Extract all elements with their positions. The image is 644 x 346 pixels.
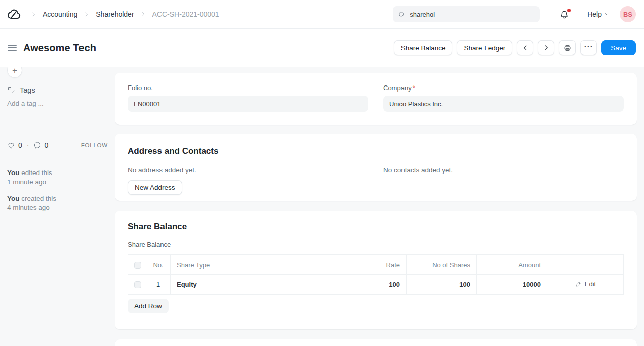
next-document-button[interactable] bbox=[538, 40, 554, 55]
likes-count: 0 bbox=[18, 141, 22, 149]
notification-dot bbox=[567, 9, 571, 12]
next-section-card bbox=[115, 339, 637, 346]
form-body: Folio no. Company* Address and Contacts … bbox=[115, 67, 644, 346]
dot-separator: · bbox=[27, 141, 29, 149]
activity-time: 1 minute ago bbox=[7, 178, 108, 187]
address-contacts-title: Address and Contacts bbox=[128, 146, 624, 156]
page-title: Awesome Tech bbox=[23, 42, 96, 54]
activity-user: You bbox=[7, 195, 20, 202]
cell-row-no: 1 bbox=[146, 275, 171, 295]
cell-rate[interactable]: 100 bbox=[336, 275, 407, 295]
page-head: Awesome Tech Share Balance Share Ledger … bbox=[0, 29, 644, 67]
tags-label: Tags bbox=[20, 86, 35, 94]
search-input[interactable] bbox=[410, 11, 535, 18]
breadcrumb-current-doc: ACC-SH-2021-00001 bbox=[152, 10, 219, 18]
cell-share-type[interactable]: Equity bbox=[171, 275, 336, 295]
row-checkbox[interactable] bbox=[134, 281, 141, 288]
comments-icon[interactable] bbox=[33, 141, 41, 149]
save-button[interactable]: Save bbox=[601, 40, 636, 55]
no-address-text: No address added yet. bbox=[128, 166, 368, 174]
sidebar-toggle-hamburger-icon[interactable] bbox=[8, 45, 17, 51]
help-menu[interactable]: Help bbox=[587, 10, 610, 18]
add-row-button[interactable]: Add Row bbox=[128, 299, 169, 313]
activity-action: created this bbox=[21, 195, 56, 202]
form-sidebar: + Tags Add a tag ... 0 · 0 FOLLOW Y bbox=[0, 67, 115, 346]
cell-amount[interactable]: 10000 bbox=[477, 275, 547, 295]
activity-action: edited this bbox=[21, 169, 52, 177]
navbar: Accounting Shareholder ACC-SH-2021-00001… bbox=[0, 0, 644, 29]
pencil-icon bbox=[575, 281, 582, 287]
row-edit-button[interactable]: Edit bbox=[575, 280, 596, 288]
col-header-amount: Amount bbox=[477, 255, 547, 275]
col-header-no: No. bbox=[146, 255, 171, 275]
company-label: Company* bbox=[383, 84, 624, 92]
global-search[interactable] bbox=[393, 6, 540, 22]
share-balance-card: Share Balance Share Balance No. Share Ty… bbox=[115, 211, 637, 329]
folio-field: Folio no. bbox=[128, 84, 368, 112]
navbar-divider bbox=[579, 8, 579, 21]
notifications-button[interactable] bbox=[559, 9, 570, 20]
cell-no-of-shares[interactable]: 100 bbox=[407, 275, 477, 295]
chevron-right-icon bbox=[140, 11, 147, 18]
col-header-share-type: Share Type bbox=[171, 255, 336, 275]
share-balance-title: Share Balance bbox=[128, 222, 624, 232]
chevron-right-icon bbox=[30, 11, 37, 18]
printer-icon bbox=[563, 44, 572, 52]
col-header-rate: Rate bbox=[336, 255, 407, 275]
more-menu-button[interactable]: ··· bbox=[580, 40, 597, 55]
activity-item: You edited this 1 minute ago bbox=[7, 168, 108, 187]
table-row[interactable]: 1 Equity 100 100 10000 Edit bbox=[128, 275, 624, 295]
activity-user: You bbox=[7, 169, 20, 177]
new-address-button[interactable]: New Address bbox=[128, 180, 182, 195]
required-asterisk: * bbox=[413, 84, 415, 92]
breadcrumb-shareholder[interactable]: Shareholder bbox=[96, 10, 134, 18]
attach-image-button[interactable]: + bbox=[7, 67, 22, 78]
details-card: Folio no. Company* bbox=[115, 73, 637, 125]
tags-section-header: Tags bbox=[7, 86, 108, 94]
print-button[interactable] bbox=[559, 40, 576, 55]
sidebar-divider bbox=[7, 158, 93, 158]
user-avatar[interactable]: BS bbox=[620, 6, 636, 22]
content-area: + Tags Add a tag ... 0 · 0 FOLLOW Y bbox=[0, 67, 644, 346]
chevron-left-icon bbox=[522, 44, 529, 51]
tag-icon bbox=[7, 86, 15, 94]
chevron-down-icon bbox=[604, 11, 610, 17]
page-actions: Share Balance Share Ledger ··· Save bbox=[394, 40, 636, 55]
chevron-right-icon bbox=[83, 11, 90, 18]
app-logo-cloud-icon[interactable] bbox=[7, 7, 22, 22]
select-all-checkbox[interactable] bbox=[134, 262, 141, 269]
address-contacts-card: Address and Contacts No address added ye… bbox=[115, 134, 637, 201]
share-ledger-button[interactable]: Share Ledger bbox=[457, 40, 512, 55]
folio-input[interactable] bbox=[128, 96, 368, 112]
activity-item: You created this 4 minutes ago bbox=[7, 194, 108, 212]
plus-icon: + bbox=[12, 67, 17, 75]
activity-log: You edited this 1 minute ago You created… bbox=[7, 168, 108, 212]
company-field: Company* bbox=[383, 84, 624, 112]
table-header-row: No. Share Type Rate No of Shares Amount bbox=[128, 255, 624, 275]
comments-count: 0 bbox=[44, 141, 48, 149]
follow-button[interactable]: FOLLOW bbox=[81, 142, 108, 148]
share-balance-field-label: Share Balance bbox=[128, 241, 624, 248]
search-icon bbox=[398, 11, 406, 18]
breadcrumb: Accounting Shareholder ACC-SH-2021-00001 bbox=[30, 10, 219, 18]
help-label: Help bbox=[587, 10, 602, 18]
add-tag-input[interactable]: Add a tag ... bbox=[7, 100, 108, 107]
activity-time: 4 minutes ago bbox=[7, 203, 108, 212]
share-balance-button[interactable]: Share Balance bbox=[394, 40, 453, 55]
social-row: 0 · 0 FOLLOW bbox=[7, 141, 108, 149]
col-header-no-of-shares: No of Shares bbox=[407, 255, 477, 275]
like-heart-icon[interactable] bbox=[7, 141, 15, 149]
no-contacts-text: No contacts added yet. bbox=[383, 166, 624, 174]
folio-label: Folio no. bbox=[128, 84, 368, 92]
edit-label: Edit bbox=[585, 280, 596, 288]
breadcrumb-accounting[interactable]: Accounting bbox=[43, 10, 77, 18]
share-balance-table: No. Share Type Rate No of Shares Amount … bbox=[128, 254, 624, 295]
company-input[interactable] bbox=[383, 96, 624, 112]
prev-document-button[interactable] bbox=[517, 40, 533, 55]
chevron-right-icon bbox=[543, 44, 550, 51]
